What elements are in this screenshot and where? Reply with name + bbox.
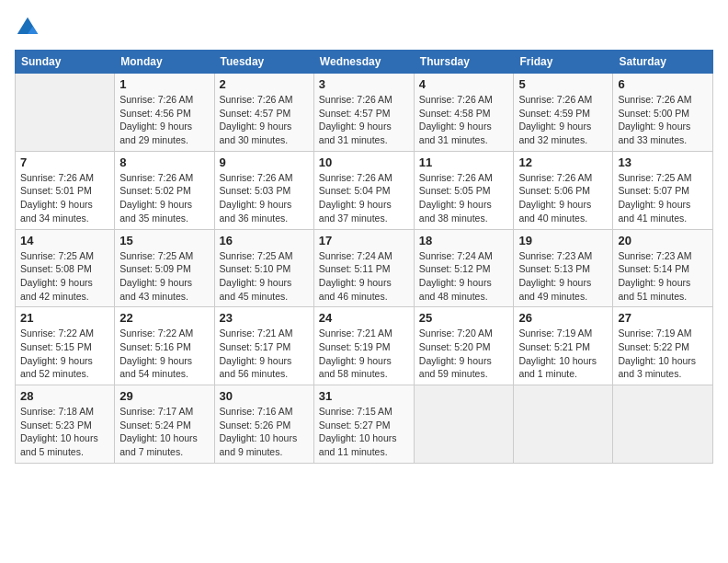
calendar-day-cell (16, 74, 115, 152)
calendar-day-cell (514, 385, 613, 464)
day-of-week-header: Thursday (414, 51, 514, 74)
day-info: Sunrise: 7:26 AM Sunset: 4:57 PM Dayligh… (319, 93, 409, 147)
day-number: 19 (518, 234, 608, 247)
day-number: 27 (618, 311, 708, 325)
day-info: Sunrise: 7:26 AM Sunset: 4:59 PM Dayligh… (518, 93, 608, 147)
day-info: Sunrise: 7:24 AM Sunset: 5:11 PM Dayligh… (319, 249, 409, 304)
day-info: Sunrise: 7:26 AM Sunset: 5:01 PM Dayligh… (20, 171, 109, 225)
day-info: Sunrise: 7:23 AM Sunset: 5:13 PM Dayligh… (518, 249, 608, 304)
logo-icon (15, 15, 40, 40)
day-number: 3 (319, 77, 409, 91)
calendar-week-row: 1Sunrise: 7:26 AM Sunset: 4:56 PM Daylig… (16, 74, 713, 152)
day-number: 5 (518, 77, 608, 91)
calendar-day-cell: 25Sunrise: 7:20 AM Sunset: 5:20 PM Dayli… (414, 307, 514, 385)
calendar-table: SundayMondayTuesdayWednesdayThursdayFrid… (15, 50, 713, 464)
day-number: 10 (319, 155, 409, 169)
day-number: 2 (220, 77, 309, 91)
day-of-week-header: Tuesday (214, 51, 313, 74)
day-number: 9 (220, 155, 309, 169)
day-info: Sunrise: 7:26 AM Sunset: 5:06 PM Dayligh… (518, 171, 608, 225)
day-number: 24 (319, 311, 409, 325)
day-info: Sunrise: 7:22 AM Sunset: 5:16 PM Dayligh… (119, 327, 209, 381)
calendar-day-cell: 10Sunrise: 7:26 AM Sunset: 5:04 PM Dayli… (313, 151, 414, 229)
day-number: 20 (618, 234, 708, 247)
calendar-day-cell: 30Sunrise: 7:16 AM Sunset: 5:26 PM Dayli… (214, 385, 313, 464)
day-number: 26 (518, 311, 608, 325)
calendar-day-cell: 11Sunrise: 7:26 AM Sunset: 5:05 PM Dayli… (414, 151, 514, 229)
day-info: Sunrise: 7:25 AM Sunset: 5:09 PM Dayligh… (119, 249, 209, 304)
day-info: Sunrise: 7:22 AM Sunset: 5:15 PM Dayligh… (20, 327, 109, 381)
day-info: Sunrise: 7:21 AM Sunset: 5:17 PM Dayligh… (220, 327, 309, 381)
calendar-day-cell: 29Sunrise: 7:17 AM Sunset: 5:24 PM Dayli… (115, 385, 214, 464)
day-info: Sunrise: 7:16 AM Sunset: 5:26 PM Dayligh… (220, 405, 309, 459)
day-info: Sunrise: 7:26 AM Sunset: 5:05 PM Dayligh… (419, 171, 509, 225)
day-info: Sunrise: 7:21 AM Sunset: 5:19 PM Dayligh… (319, 327, 409, 381)
calendar-day-cell: 12Sunrise: 7:26 AM Sunset: 5:06 PM Dayli… (514, 151, 613, 229)
day-of-week-header: Saturday (613, 51, 713, 74)
day-of-week-header: Monday (115, 51, 214, 74)
day-number: 18 (419, 234, 509, 247)
calendar-day-cell: 26Sunrise: 7:19 AM Sunset: 5:21 PM Dayli… (514, 307, 613, 385)
day-info: Sunrise: 7:26 AM Sunset: 4:58 PM Dayligh… (419, 93, 509, 147)
day-info: Sunrise: 7:23 AM Sunset: 5:14 PM Dayligh… (618, 249, 708, 304)
day-number: 14 (20, 234, 109, 247)
calendar-week-row: 21Sunrise: 7:22 AM Sunset: 5:15 PM Dayli… (16, 307, 713, 385)
calendar-day-cell: 1Sunrise: 7:26 AM Sunset: 4:56 PM Daylig… (115, 74, 214, 152)
day-number: 21 (20, 311, 109, 325)
calendar-day-cell: 23Sunrise: 7:21 AM Sunset: 5:17 PM Dayli… (214, 307, 313, 385)
day-info: Sunrise: 7:19 AM Sunset: 5:21 PM Dayligh… (518, 327, 608, 381)
calendar-day-cell (613, 385, 713, 464)
day-info: Sunrise: 7:26 AM Sunset: 5:03 PM Dayligh… (220, 171, 309, 225)
day-info: Sunrise: 7:26 AM Sunset: 5:00 PM Dayligh… (618, 93, 708, 147)
day-number: 30 (220, 389, 309, 403)
calendar-day-cell: 5Sunrise: 7:26 AM Sunset: 4:59 PM Daylig… (514, 74, 613, 152)
calendar-day-cell: 4Sunrise: 7:26 AM Sunset: 4:58 PM Daylig… (414, 74, 514, 152)
day-number: 15 (119, 234, 209, 247)
day-number: 31 (319, 389, 409, 403)
calendar-day-cell: 27Sunrise: 7:19 AM Sunset: 5:22 PM Dayli… (613, 307, 713, 385)
day-number: 25 (419, 311, 509, 325)
calendar-day-cell: 31Sunrise: 7:15 AM Sunset: 5:27 PM Dayli… (313, 385, 414, 464)
calendar-day-cell: 3Sunrise: 7:26 AM Sunset: 4:57 PM Daylig… (313, 74, 414, 152)
calendar-day-cell: 18Sunrise: 7:24 AM Sunset: 5:12 PM Dayli… (414, 229, 514, 307)
day-number: 7 (20, 155, 109, 169)
calendar-day-cell: 8Sunrise: 7:26 AM Sunset: 5:02 PM Daylig… (115, 151, 214, 229)
day-number: 22 (119, 311, 209, 325)
calendar-day-cell: 15Sunrise: 7:25 AM Sunset: 5:09 PM Dayli… (115, 229, 214, 307)
day-info: Sunrise: 7:15 AM Sunset: 5:27 PM Dayligh… (319, 405, 409, 459)
day-number: 8 (119, 155, 209, 169)
day-number: 29 (119, 389, 209, 403)
calendar-day-cell: 16Sunrise: 7:25 AM Sunset: 5:10 PM Dayli… (214, 229, 313, 307)
calendar-week-row: 14Sunrise: 7:25 AM Sunset: 5:08 PM Dayli… (16, 229, 713, 307)
day-of-week-header: Wednesday (313, 51, 414, 74)
day-info: Sunrise: 7:26 AM Sunset: 5:02 PM Dayligh… (119, 171, 209, 225)
day-info: Sunrise: 7:20 AM Sunset: 5:20 PM Dayligh… (419, 327, 509, 381)
calendar-day-cell: 2Sunrise: 7:26 AM Sunset: 4:57 PM Daylig… (214, 74, 313, 152)
day-number: 28 (20, 389, 109, 403)
calendar-day-cell: 22Sunrise: 7:22 AM Sunset: 5:16 PM Dayli… (115, 307, 214, 385)
day-info: Sunrise: 7:25 AM Sunset: 5:07 PM Dayligh… (618, 171, 708, 225)
calendar-day-cell: 14Sunrise: 7:25 AM Sunset: 5:08 PM Dayli… (16, 229, 115, 307)
calendar-day-cell: 20Sunrise: 7:23 AM Sunset: 5:14 PM Dayli… (613, 229, 713, 307)
calendar-header-row: SundayMondayTuesdayWednesdayThursdayFrid… (16, 51, 713, 74)
logo (15, 15, 44, 40)
calendar-week-row: 7Sunrise: 7:26 AM Sunset: 5:01 PM Daylig… (16, 151, 713, 229)
day-info: Sunrise: 7:25 AM Sunset: 5:08 PM Dayligh… (20, 249, 109, 304)
header (15, 15, 713, 40)
day-of-week-header: Friday (514, 51, 613, 74)
day-number: 4 (419, 77, 509, 91)
day-info: Sunrise: 7:25 AM Sunset: 5:10 PM Dayligh… (220, 249, 309, 304)
day-number: 11 (419, 155, 509, 169)
day-info: Sunrise: 7:18 AM Sunset: 5:23 PM Dayligh… (20, 405, 109, 459)
day-info: Sunrise: 7:17 AM Sunset: 5:24 PM Dayligh… (119, 405, 209, 459)
day-number: 13 (618, 155, 708, 169)
calendar-day-cell: 13Sunrise: 7:25 AM Sunset: 5:07 PM Dayli… (613, 151, 713, 229)
calendar-day-cell: 28Sunrise: 7:18 AM Sunset: 5:23 PM Dayli… (16, 385, 115, 464)
calendar-week-row: 28Sunrise: 7:18 AM Sunset: 5:23 PM Dayli… (16, 385, 713, 464)
day-info: Sunrise: 7:24 AM Sunset: 5:12 PM Dayligh… (419, 249, 509, 304)
day-number: 17 (319, 234, 409, 247)
day-number: 12 (518, 155, 608, 169)
day-info: Sunrise: 7:26 AM Sunset: 4:56 PM Dayligh… (119, 93, 209, 147)
day-info: Sunrise: 7:19 AM Sunset: 5:22 PM Dayligh… (618, 327, 708, 381)
calendar-day-cell: 9Sunrise: 7:26 AM Sunset: 5:03 PM Daylig… (214, 151, 313, 229)
